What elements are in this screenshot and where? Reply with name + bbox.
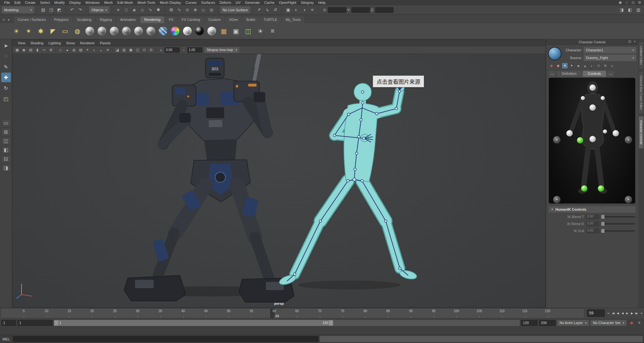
- select-tool[interactable]: ➤: [1, 41, 11, 50]
- sidebar-vertical-tab[interactable]: Channel Box / Layer Editor: [639, 72, 643, 114]
- select-all-icon[interactable]: ✱: [155, 6, 162, 13]
- phong-e-icon[interactable]: [145, 25, 156, 37]
- make-live-icon[interactable]: ◎: [208, 6, 215, 13]
- body-part-picker[interactable]: ▼▼▼▼: [549, 78, 635, 204]
- next-key-button[interactable]: ▶|: [634, 310, 639, 317]
- channel-box-toggle-icon[interactable]: ▥: [635, 6, 642, 13]
- spot-light-icon[interactable]: ◤: [48, 25, 58, 37]
- use-background-icon[interactable]: [194, 25, 205, 37]
- lasso-tool[interactable]: ◌: [1, 51, 11, 61]
- ipr-render-icon[interactable]: ◑: [300, 6, 308, 13]
- select-curves-icon[interactable]: ∿: [147, 6, 154, 13]
- close-panel-icon[interactable]: ×: [633, 40, 637, 43]
- left-hand-effector[interactable]: [566, 130, 573, 136]
- sidebar-vertical-tab[interactable]: Attribute Editor: [639, 42, 643, 69]
- smooth-shade-icon[interactable]: ●: [64, 47, 70, 53]
- anisotropic-icon[interactable]: [96, 25, 107, 37]
- menu-item[interactable]: Stingray: [299, 0, 316, 5]
- hips-effector[interactable]: [589, 136, 596, 142]
- mirror-pose-icon[interactable]: ◐: [589, 63, 595, 68]
- bookmarks-icon[interactable]: ▮: [34, 47, 40, 53]
- safe-action-icon[interactable]: ⊡: [141, 47, 147, 53]
- cycle-left-mid-button[interactable]: ▼: [553, 136, 561, 144]
- save-scene-icon[interactable]: ◩: [56, 6, 63, 13]
- menu-item[interactable]: Cache: [262, 0, 277, 5]
- tool-settings-toggle-icon[interactable]: ◧: [626, 6, 634, 13]
- ik-slider-track[interactable]: [601, 216, 635, 217]
- ik-slider-value[interactable]: 0.00: [586, 228, 599, 233]
- paint-select-tool[interactable]: ✎: [1, 62, 11, 72]
- go-to-start-button[interactable]: ⇤: [606, 310, 611, 317]
- workspace-layout-icon[interactable]: ▣: [618, 0, 623, 4]
- exposure-icon[interactable]: ◑: [158, 47, 164, 53]
- phong-icon[interactable]: [133, 25, 144, 37]
- timeline-ruler[interactable]: 59 5101520253035404550556065707580859095…: [1, 308, 584, 318]
- shelf-tab[interactable]: My_Tools: [282, 16, 304, 23]
- shelf-tab[interactable]: Curves / Surfaces: [14, 16, 49, 23]
- isolate-select-icon[interactable]: ◪: [114, 47, 120, 53]
- surface-shader-icon[interactable]: [182, 25, 193, 37]
- right-hand-pull-effector[interactable]: [603, 129, 607, 134]
- snap-curve-icon[interactable]: ∿: [176, 6, 183, 13]
- use-all-lights-icon[interactable]: ☀: [84, 47, 91, 53]
- ik-slider-value[interactable]: 0.00: [586, 221, 599, 226]
- shelf-tab[interactable]: Polygons: [50, 16, 72, 23]
- single-pane-layout-icon[interactable]: □: [624, 0, 629, 4]
- persp-outliner-layout-button[interactable]: ◫: [2, 137, 11, 145]
- panel-menu-item[interactable]: Panels: [97, 41, 113, 45]
- playback-range-bar[interactable]: 1 120: [54, 320, 333, 326]
- key-selected-icon[interactable]: ◆: [555, 63, 561, 68]
- menu-item[interactable]: UV: [233, 0, 243, 5]
- image-source-tooltip[interactable]: 点击查看图片来源: [373, 75, 424, 87]
- shadows-icon[interactable]: ◐: [91, 47, 97, 53]
- ik-slider-value[interactable]: 0.00: [586, 214, 599, 219]
- menu-item[interactable]: Mesh Tools: [135, 0, 157, 5]
- left-shoulder-effector[interactable]: [581, 96, 585, 100]
- outliner-persp-layout-button[interactable]: ◨: [2, 164, 11, 172]
- two-pane-stacked-layout-button[interactable]: ⊟: [2, 155, 11, 163]
- pan-zoom-icon[interactable]: ⊞: [48, 47, 54, 53]
- move-tool[interactable]: ✚: [1, 73, 11, 82]
- snap-view-plane-icon[interactable]: ◇: [200, 6, 207, 13]
- menu-item[interactable]: Deform: [217, 0, 233, 5]
- output-operations-icon[interactable]: ↳: [264, 6, 271, 13]
- range-slider[interactable]: 1 120: [54, 320, 520, 326]
- menu-item[interactable]: Display: [67, 0, 83, 5]
- menu-item[interactable]: Mesh Display: [158, 0, 183, 5]
- ambient-light-icon[interactable]: ☀: [11, 25, 22, 37]
- rotate-tool[interactable]: ↻: [1, 83, 11, 93]
- safe-title-icon[interactable]: ⊟: [148, 47, 154, 53]
- next-frame-button[interactable]: |▶: [630, 310, 634, 317]
- menu-item[interactable]: Windows: [83, 0, 102, 5]
- selection-mode-icon[interactable]: ■: [576, 63, 581, 68]
- panel-menu-item[interactable]: View: [15, 41, 28, 45]
- select-hierarchy-icon[interactable]: ≡: [115, 6, 122, 13]
- anim-layer-dropdown[interactable]: No Anim Layer ▾: [557, 320, 589, 326]
- current-frame-input[interactable]: 59: [587, 309, 605, 317]
- four-pane-layout-button[interactable]: ⊞: [2, 128, 11, 136]
- gamma-icon[interactable]: ◔: [180, 47, 187, 53]
- pin-translate-icon[interactable]: ⊙: [596, 63, 601, 68]
- wireframe-on-shaded-icon[interactable]: ◍: [71, 47, 77, 53]
- shelf-tab[interactable]: Sculpting: [73, 16, 95, 23]
- range-end-handle[interactable]: [329, 321, 333, 325]
- humanik-controls-header[interactable]: ▼ HumanIK Controls: [549, 206, 636, 213]
- y-coordinate-input[interactable]: [351, 7, 370, 13]
- tab-overflow-left-button[interactable]: —: [549, 71, 556, 77]
- redo-icon[interactable]: ↷: [76, 6, 84, 13]
- play-forwards-button[interactable]: ▶: [625, 310, 630, 317]
- right-shoulder-effector[interactable]: [601, 96, 605, 100]
- left-foot-effector[interactable]: [581, 185, 587, 192]
- shelf-tab[interactable]: Rigging: [96, 16, 116, 23]
- menu-item[interactable]: Edit Mesh: [115, 0, 135, 5]
- animation-preferences-icon[interactable]: ≡: [636, 320, 643, 326]
- shelf-arrow-icon[interactable]: ▾: [7, 17, 11, 22]
- menu-item[interactable]: Select: [38, 0, 52, 5]
- stance-pose-icon[interactable]: ▲: [582, 63, 588, 68]
- camera-attributes-icon[interactable]: ▤: [28, 47, 34, 53]
- left-hand-pull-effector[interactable]: [577, 137, 583, 144]
- render-settings-icon[interactable]: ≡: [309, 6, 316, 13]
- two-pane-layout-icon[interactable]: ◫: [631, 0, 636, 4]
- texture-file-icon[interactable]: ▦: [218, 25, 229, 37]
- hypershade-icon[interactable]: ◫: [243, 25, 254, 37]
